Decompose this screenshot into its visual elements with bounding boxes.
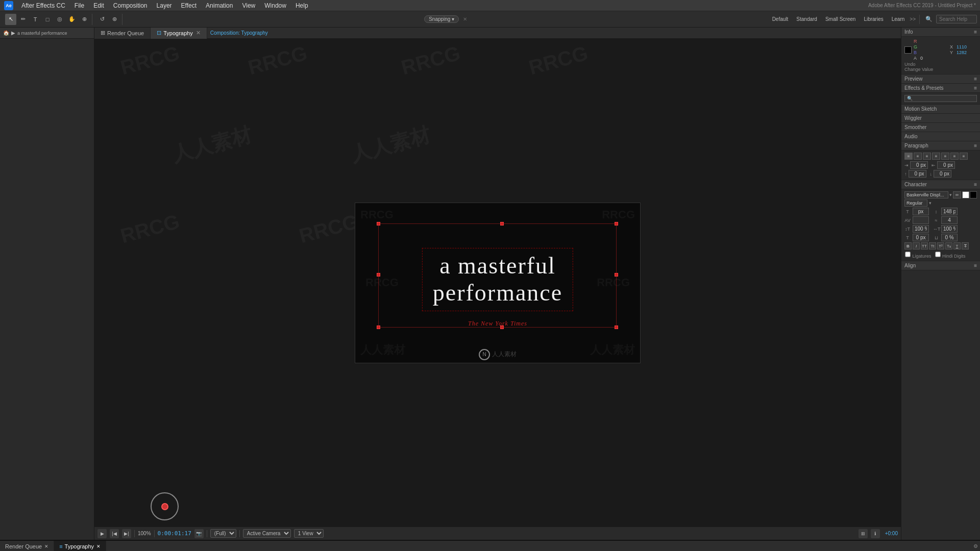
indent-left-field[interactable] (910, 161, 928, 169)
workspace-standard[interactable]: Standard (793, 14, 820, 25)
pen-tool[interactable]: ✏ (17, 14, 29, 25)
sel-line-left (378, 223, 379, 327)
tab-render-queue-tl[interactable]: Render Queue ✕ (0, 541, 54, 552)
caps-btn[interactable]: TT (921, 242, 928, 249)
workspace-libraries[interactable]: Libraries (861, 14, 886, 25)
vc-snapshot[interactable]: 📷 (194, 529, 204, 538)
tsume-input[interactable] (941, 234, 958, 241)
search-help-input[interactable] (936, 15, 977, 23)
tab-typography-tl[interactable]: ≡ Typography ✕ (54, 541, 106, 552)
menu-help[interactable]: Help (291, 1, 312, 10)
tsume-icon: ⊔ (933, 235, 939, 240)
menu-effect[interactable]: Effect (177, 1, 201, 10)
underline-btn[interactable]: T (953, 242, 961, 249)
baseline-input[interactable] (913, 234, 929, 241)
menu-animation[interactable]: Animation (202, 1, 237, 10)
font-edit-btn[interactable]: ✏ (953, 191, 961, 198)
workspace-smallscreen[interactable]: Small Screen (822, 14, 859, 25)
menu-composition[interactable]: Composition (109, 1, 152, 10)
bold-btn[interactable]: B (904, 242, 912, 249)
para-align-justify[interactable]: ≡ (932, 153, 940, 160)
composition-viewer[interactable]: RRCG RRCG RRCG RRCG 人人素材 人人素材 RRCG RRCG … (94, 39, 901, 527)
vc-info-btn[interactable]: ℹ (871, 529, 880, 538)
select-tool[interactable]: ↖ (5, 14, 16, 25)
zoom-tool[interactable]: ⊕ (79, 14, 90, 25)
menu-aftereffects[interactable]: After Effects CC (17, 1, 69, 10)
info-expand[interactable]: ≡ (974, 29, 977, 35)
menu-window[interactable]: Window (260, 1, 290, 10)
menu-file[interactable]: File (70, 1, 88, 10)
super-btn[interactable]: T² (937, 242, 944, 249)
para-align-center[interactable]: ≡ (914, 153, 922, 160)
tl-settings[interactable]: ⚙ (971, 543, 980, 549)
motion-sketch-header[interactable]: Motion Sketch (901, 105, 980, 114)
shape-tool[interactable]: □ (42, 14, 53, 25)
menu-view[interactable]: View (238, 1, 259, 10)
smallcaps-btn[interactable]: Tt (929, 242, 936, 249)
font-style-input[interactable] (904, 199, 927, 207)
camera-tool[interactable]: ◎ (54, 14, 65, 25)
italic-btn[interactable]: I (913, 242, 920, 249)
hindi-check[interactable] (935, 252, 940, 257)
leading-input[interactable] (941, 208, 958, 215)
search-icon[interactable]: 🔍 (923, 14, 935, 25)
workspace-default[interactable]: Default (769, 14, 792, 25)
font-color-white[interactable] (962, 191, 969, 198)
wiggler-header[interactable]: Wiggler (901, 114, 980, 123)
font-size-input[interactable] (913, 208, 929, 215)
indent-right-field[interactable] (937, 161, 955, 169)
effects-search-input[interactable] (904, 95, 977, 102)
menu-edit[interactable]: Edit (89, 1, 108, 10)
snapping-toggle[interactable]: Snapping ▾ (424, 15, 459, 23)
workspace-learn[interactable]: Learn (889, 14, 908, 25)
vc-prev-frame[interactable]: |◀ (110, 529, 119, 538)
effects-presets-header[interactable]: Effects & Presets ≡ (901, 84, 980, 93)
hscale-input[interactable] (941, 225, 958, 233)
kern-input[interactable] (913, 216, 929, 224)
para-expand[interactable]: ≡ (974, 143, 977, 148)
strikethrough-btn[interactable]: T̶ (962, 242, 969, 249)
align-expand[interactable]: ≡ (974, 263, 977, 268)
vc-next-frame[interactable]: ▶| (122, 529, 131, 538)
preview-expand[interactable]: ≡ (974, 76, 977, 82)
type-tool[interactable]: T (30, 14, 41, 25)
align-header[interactable]: Align ≡ (901, 261, 980, 270)
rq-tl-icon[interactable]: ✕ (44, 544, 48, 549)
vc-quality-select[interactable]: (Full) (210, 529, 236, 538)
paragraph-header[interactable]: Paragraph ≡ (901, 141, 980, 151)
vc-playback-btn[interactable]: ▶ (97, 529, 107, 538)
ligatures-check[interactable] (905, 252, 910, 257)
para-align-left[interactable]: ≡ (904, 153, 913, 160)
audio-header[interactable]: Audio (901, 132, 980, 141)
tab-close-icon[interactable]: ✕ (196, 30, 201, 36)
workspace-more[interactable]: >> (910, 16, 916, 22)
tl-close-icon[interactable]: ✕ (96, 544, 101, 549)
vc-view-count-select[interactable]: 1 View (294, 529, 324, 538)
para-align-justify-right[interactable]: ≡ (950, 153, 959, 160)
font-name-input[interactable] (904, 191, 948, 198)
rotate-tool[interactable]: ↺ (96, 14, 108, 25)
ep-expand[interactable]: ≡ (974, 85, 977, 91)
color-swatch[interactable] (904, 46, 912, 54)
track-input[interactable] (941, 216, 958, 224)
tab-typography[interactable]: ⊡ Typography ✕ (151, 28, 207, 39)
sub-btn[interactable]: T₂ (945, 242, 952, 249)
font-color-black[interactable] (970, 191, 977, 198)
para-align-justify-all[interactable]: ≡ (941, 153, 949, 160)
preview-header[interactable]: Preview ≡ (901, 74, 980, 84)
smoother-header[interactable]: Smoother (901, 123, 980, 132)
puppet-tool[interactable]: ⊛ (109, 14, 120, 25)
char-expand[interactable]: ≡ (974, 182, 977, 187)
para-align-justify-force[interactable]: ≡ (960, 153, 968, 160)
tab-render-queue[interactable]: ⊞ Render Queue (94, 28, 151, 39)
menu-layer[interactable]: Layer (153, 1, 176, 10)
info-panel-header: Info ≡ (901, 28, 980, 37)
vscale-input[interactable] (913, 225, 929, 233)
para-align-right[interactable]: ≡ (923, 153, 931, 160)
space-before-field[interactable] (909, 170, 926, 178)
character-header[interactable]: Character ≡ (901, 180, 980, 189)
vc-camera-select[interactable]: Active Camera (243, 529, 291, 538)
space-after-field[interactable] (934, 170, 951, 178)
pan-tool[interactable]: ✋ (66, 14, 78, 25)
vc-grid-btn[interactable]: ⊞ (859, 529, 868, 538)
